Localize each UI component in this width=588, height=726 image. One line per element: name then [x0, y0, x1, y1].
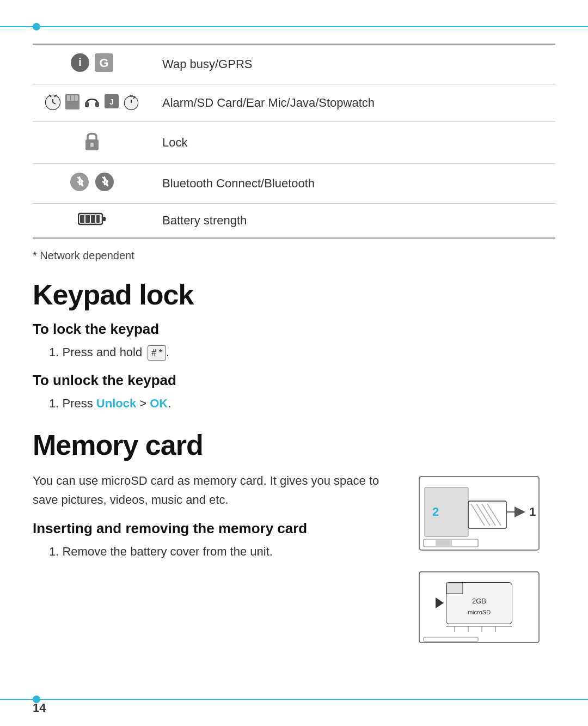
svg-marker-52	[436, 597, 444, 608]
svg-text:G: G	[99, 56, 108, 70]
network-note: * Network dependent	[33, 249, 555, 262]
svg-rect-11	[67, 95, 70, 101]
svg-rect-31	[91, 215, 95, 223]
svg-text:J: J	[109, 97, 114, 106]
lock-keypad-subtitle: To lock the keypad	[33, 321, 555, 338]
label-cell-wap: Wap busy/GPRS	[151, 44, 555, 84]
battery-icon	[78, 216, 106, 229]
page-number: 14	[33, 701, 46, 715]
table-row: Lock	[33, 122, 555, 164]
keypad-lock-title: Keypad lock	[33, 278, 555, 311]
svg-rect-34	[425, 487, 468, 536]
insert-subtitle: Inserting and removing the memory card	[33, 520, 403, 537]
top-decorative-dot	[33, 23, 40, 30]
svg-rect-14	[85, 102, 89, 107]
svg-text:1: 1	[529, 505, 536, 518]
svg-rect-13	[75, 95, 78, 101]
label-cell-lock: Lock	[151, 122, 555, 164]
icon-reference-table: i G Wap busy/GPRS	[33, 44, 555, 239]
table-row: Bluetooth Connect/Bluetooth	[33, 164, 555, 204]
svg-text:2: 2	[432, 505, 439, 518]
svg-rect-12	[71, 95, 74, 101]
memory-layout: You can use microSD card as memory card.…	[33, 471, 555, 648]
top-decorative-line	[0, 26, 588, 27]
memory-card-title: Memory card	[33, 429, 555, 461]
svg-rect-21	[130, 95, 133, 97]
bottom-decorative-line	[0, 699, 588, 700]
icon-cell-alarm: J	[33, 84, 151, 122]
svg-rect-45	[436, 540, 452, 546]
memory-insert-diagram: 2 1	[414, 471, 544, 556]
svg-rect-32	[96, 215, 100, 223]
table-row: J Alarm/SD Card/Ear Mic/Java/Stopw	[33, 84, 555, 122]
svg-line-39	[487, 504, 501, 526]
unlock-keypad-subtitle: To unlock the keypad	[33, 372, 555, 389]
icon-cell-lock	[33, 122, 151, 164]
memory-text-block: You can use microSD card as memory card.…	[33, 471, 403, 571]
memory-card-diagram: 2GB microSD	[414, 566, 544, 648]
svg-text:2GB: 2GB	[472, 597, 486, 605]
svg-marker-49	[446, 583, 463, 594]
icon-cell-bluetooth	[33, 164, 151, 204]
wap-icon: i G	[70, 52, 114, 73]
icon-cell-battery	[33, 204, 151, 239]
lock-step-1: 1. Press and hold # * .	[49, 343, 555, 361]
table-row: Battery strength	[33, 204, 555, 239]
svg-text:microSD: microSD	[468, 609, 491, 615]
memory-description: You can use microSD card as memory card.…	[33, 471, 403, 509]
insert-step-1: 1. Remove the battery cover from the uni…	[49, 542, 403, 560]
svg-line-36	[471, 504, 485, 526]
label-cell-bluetooth: Bluetooth Connect/Bluetooth	[151, 164, 555, 204]
label-cell-battery: Battery strength	[151, 204, 555, 239]
memory-images-block: 2 1	[414, 471, 555, 648]
keypad-lock-section: Keypad lock To lock the keypad 1. Press …	[33, 278, 555, 412]
svg-rect-30	[85, 215, 90, 223]
memory-card-section: Memory card You can use microSD card as …	[33, 429, 555, 648]
lock-icon	[82, 142, 102, 155]
svg-line-38	[482, 504, 495, 526]
svg-rect-35	[468, 501, 506, 528]
unlock-step-1: 1. Press Unlock > OK.	[49, 394, 555, 412]
icon-cell-wap: i G	[33, 44, 151, 84]
svg-text:i: i	[78, 56, 82, 68]
svg-line-37	[476, 504, 490, 526]
svg-rect-24	[90, 143, 94, 147]
bluetooth-icons	[69, 172, 115, 192]
label-cell-alarm: Alarm/SD Card/Ear Mic/Java/Stopwatch	[151, 84, 555, 122]
hash-key-icon: # *	[148, 345, 166, 361]
svg-rect-15	[95, 102, 99, 107]
alarm-icons: J	[44, 92, 140, 111]
svg-rect-29	[80, 215, 84, 223]
svg-rect-58	[424, 637, 478, 642]
page-content: i G Wap busy/GPRS	[33, 38, 555, 688]
svg-rect-28	[103, 217, 106, 221]
svg-marker-41	[514, 507, 525, 517]
table-row: i G Wap busy/GPRS	[33, 44, 555, 84]
